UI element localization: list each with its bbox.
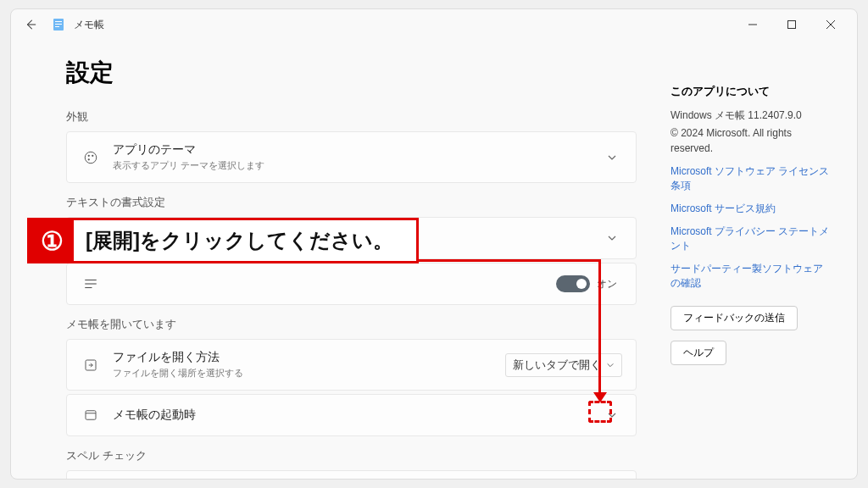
services-link[interactable]: Microsoft サービス規約 <box>670 202 832 216</box>
maximize-button[interactable] <box>772 11 811 38</box>
svg-rect-3 <box>55 26 59 27</box>
svg-point-11 <box>88 158 90 160</box>
open-method-card[interactable]: ファイルを開く方法 ファイルを開く場所を選択する 新しいタブで開く <box>66 339 637 391</box>
palette-icon <box>81 150 101 165</box>
wrap-toggle[interactable] <box>556 275 590 292</box>
theme-card[interactable]: アプリのテーマ 表示するアプリ テーマを選択します <box>66 131 637 183</box>
help-button[interactable]: ヘルプ <box>670 341 726 365</box>
wrap-card[interactable]: オン <box>66 263 637 305</box>
section-opening-label: メモ帳を開いています <box>66 317 637 332</box>
open-text: ファイルを開く方法 ファイルを開く場所を選択する <box>113 350 505 380</box>
chevron-down-icon[interactable] <box>602 233 622 243</box>
startup-icon <box>81 408 101 423</box>
window-controls <box>733 11 850 38</box>
svg-rect-1 <box>55 21 62 22</box>
back-button[interactable] <box>18 12 43 37</box>
license-link[interactable]: Microsoft ソフトウェア ライセンス条項 <box>670 164 832 193</box>
svg-rect-5 <box>788 21 796 29</box>
section-spell-label: スペル チェック <box>66 448 637 463</box>
chevron-down-icon[interactable] <box>602 152 622 163</box>
open-icon <box>81 358 101 373</box>
annotation-callout: ① [展開]をクリックしてください。 <box>27 218 419 263</box>
app-window: メモ帳 設定 外観 アプリのテーマ 表示するアプリ テーマを選択します テキスト… <box>10 8 858 480</box>
app-title: メモ帳 <box>74 18 104 32</box>
close-button[interactable] <box>811 11 850 38</box>
page-title: 設定 <box>66 57 637 89</box>
svg-point-9 <box>88 154 90 156</box>
startup-title: メモ帳の起動時 <box>113 408 602 423</box>
annotation-arrow-v <box>598 261 601 395</box>
sidebar: このアプリについて Windows メモ帳 11.2407.9.0 © 2024… <box>662 40 840 479</box>
theme-text: アプリのテーマ 表示するアプリ テーマを選択します <box>113 142 602 172</box>
feedback-button[interactable]: フィードバックの送信 <box>670 306 798 330</box>
annotation-arrow-h <box>419 259 601 262</box>
annotation-text: [展開]をクリックしてください。 <box>74 220 405 261</box>
thirdparty-link[interactable]: サードパーティー製ソフトウェアの確認 <box>670 262 832 291</box>
open-method-dropdown[interactable]: 新しいタブで開く <box>505 353 622 377</box>
svg-point-8 <box>85 152 97 164</box>
open-title: ファイルを開く方法 <box>113 350 505 365</box>
copyright-text: © 2024 Microsoft. All rights reserved. <box>670 125 832 156</box>
titlebar: メモ帳 <box>11 9 857 40</box>
svg-point-10 <box>92 154 93 156</box>
svg-rect-16 <box>86 411 96 420</box>
annotation-target-box <box>588 401 612 423</box>
version-text: Windows メモ帳 11.2407.9.0 <box>670 108 832 123</box>
section-appearance-label: 外観 <box>66 109 637 125</box>
theme-title: アプリのテーマ <box>113 142 602 158</box>
notepad-icon <box>52 18 65 31</box>
titlebar-left: メモ帳 <box>18 12 733 37</box>
startup-text: メモ帳の起動時 <box>113 408 602 423</box>
theme-subtitle: 表示するアプリ テーマを選択します <box>113 159 602 172</box>
svg-rect-2 <box>55 24 62 25</box>
annotation-number: ① <box>30 220 74 261</box>
open-method-value: 新しいタブで開く <box>513 358 601 373</box>
open-subtitle: ファイルを開く場所を選択する <box>113 367 505 380</box>
privacy-link[interactable]: Microsoft プライバシー ステートメント <box>670 225 832 253</box>
wrap-icon <box>81 276 101 291</box>
section-textformat-label: テキストの書式設定 <box>66 195 637 210</box>
about-title: このアプリについて <box>670 84 832 99</box>
minimize-button[interactable] <box>733 11 772 38</box>
spell-card[interactable]: ABC スペル チェック オン <box>66 470 637 479</box>
startup-card[interactable]: メモ帳の起動時 <box>66 394 637 436</box>
